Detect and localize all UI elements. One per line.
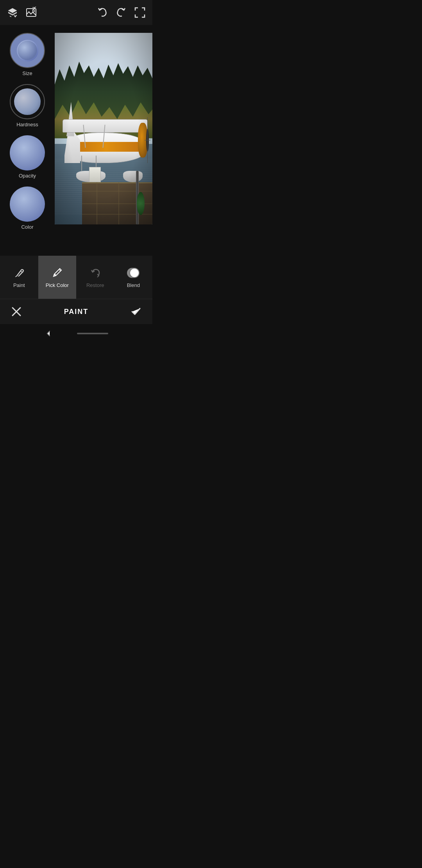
action-title: PAINT xyxy=(64,308,89,316)
undo-button[interactable] xyxy=(96,6,109,19)
pick-color-tab[interactable]: Pick Color xyxy=(38,256,77,299)
confirm-button[interactable] xyxy=(129,305,143,319)
hardness-circle[interactable] xyxy=(10,84,45,119)
toolbar-left xyxy=(6,6,38,19)
size-control[interactable]: Size xyxy=(10,33,45,76)
spacer xyxy=(0,232,152,256)
canvas-area[interactable] xyxy=(55,33,152,232)
blend-tab[interactable]: Blend xyxy=(114,256,153,299)
home-indicator[interactable] xyxy=(77,333,108,334)
svg-point-3 xyxy=(33,10,35,12)
back-button[interactable] xyxy=(44,329,54,338)
opacity-circle[interactable] xyxy=(10,135,45,170)
restore-tab[interactable]: Restore xyxy=(76,256,114,299)
pick-color-icon xyxy=(51,267,63,279)
system-nav-bar xyxy=(0,324,152,343)
color-circle[interactable] xyxy=(10,187,45,222)
opacity-label: Opacity xyxy=(19,173,36,179)
blend-icon xyxy=(127,267,139,279)
hardness-control[interactable]: Hardness xyxy=(10,84,45,127)
svg-marker-0 xyxy=(8,8,17,13)
image-button[interactable] xyxy=(25,6,38,19)
restore-icon xyxy=(89,267,102,279)
toolbar-right xyxy=(96,6,146,19)
main-editing-area: Size Hardness Opacity Color xyxy=(0,25,152,232)
restore-label: Restore xyxy=(86,282,104,288)
redo-button[interactable] xyxy=(115,6,127,19)
blend-toggle[interactable] xyxy=(127,268,139,278)
top-toolbar xyxy=(0,0,152,25)
size-circle[interactable] xyxy=(10,33,45,68)
bottom-toolbar: Paint Pick Color Restore xyxy=(0,256,152,324)
color-label: Color xyxy=(21,224,33,230)
svg-point-6 xyxy=(54,274,56,276)
paint-icon xyxy=(13,267,25,279)
left-sidebar: Size Hardness Opacity Color xyxy=(0,25,55,232)
blend-label: Blend xyxy=(127,282,140,288)
tool-tabs: Paint Pick Color Restore xyxy=(0,256,152,299)
action-bar: PAINT xyxy=(0,299,152,324)
paint-tab[interactable]: Paint xyxy=(0,256,38,299)
photo-container xyxy=(55,33,152,224)
paint-label: Paint xyxy=(13,282,25,288)
fullscreen-button[interactable] xyxy=(134,6,146,19)
size-label: Size xyxy=(22,70,32,76)
pick-color-label: Pick Color xyxy=(46,282,69,288)
photo-background xyxy=(55,33,152,224)
hardness-label: Hardness xyxy=(16,122,38,127)
color-control[interactable]: Color xyxy=(10,187,45,230)
layers-button[interactable] xyxy=(6,6,19,19)
cancel-button[interactable] xyxy=(9,305,23,319)
opacity-control[interactable]: Opacity xyxy=(10,135,45,179)
